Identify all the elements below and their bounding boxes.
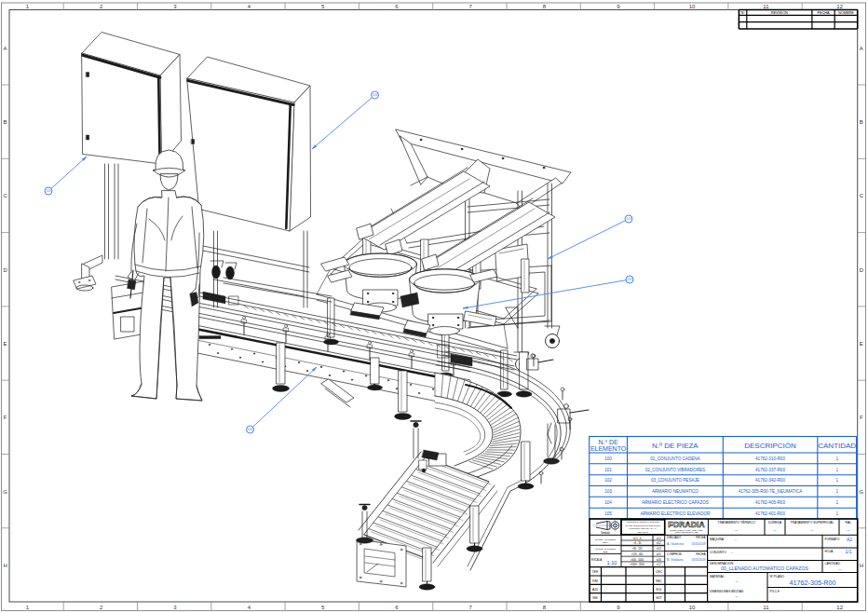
svg-text:1: 1: [835, 468, 838, 472]
svg-text:ARMARIO ELECTRICO ELEVADOR: ARMARIO ELECTRICO ELEVADOR: [640, 511, 711, 516]
svg-text:REVISIÓN: REVISIÓN: [771, 10, 788, 15]
svg-text:>120 - 400: >120 - 400: [631, 552, 644, 556]
svg-text:--: --: [735, 527, 739, 533]
svg-text:TRATAMIENTO SUPERFICIAL: TRATAMIENTO SUPERFICIAL: [791, 521, 834, 524]
svg-text:CANTIDAD:: CANTIDAD:: [825, 562, 841, 565]
svg-text:F: F: [4, 415, 7, 420]
svg-text:1: 1: [835, 511, 838, 516]
svg-text:RAL: RAL: [845, 521, 851, 524]
svg-text:MÁQUINA:: MÁQUINA:: [710, 538, 725, 541]
svg-text:COMPROB.: COMPROB.: [667, 552, 683, 556]
svg-text:DIMENSIONES BRUTAS:: DIMENSIONES BRUTAS:: [710, 590, 744, 593]
svg-text:104: 104: [373, 93, 378, 97]
svg-text:103: 103: [604, 489, 612, 494]
svg-text:--: --: [735, 594, 739, 599]
svg-text:>30 - 120: >30 - 120: [631, 547, 643, 551]
svg-text:--: --: [847, 527, 850, 533]
svg-text:41762-342-R00: 41762-342-R00: [755, 478, 785, 483]
svg-text:FECHA: FECHA: [696, 552, 705, 556]
svg-text:>6 - 30: >6 - 30: [633, 541, 642, 545]
svg-text:NOMBRE: NOMBRE: [838, 11, 854, 15]
svg-text:41762-405-R00: 41762-405-R00: [755, 500, 785, 505]
svg-text:E: E: [4, 341, 7, 347]
svg-text:±0,2: ±0,2: [657, 541, 662, 545]
svg-text:CANTIDAD: CANTIDAD: [818, 442, 856, 450]
svg-text:B: B: [4, 119, 7, 125]
svg-text:C: C: [860, 193, 864, 198]
svg-text:100: 100: [604, 456, 612, 461]
svg-text:A: A: [4, 46, 7, 51]
svg-text:CNC: CNC: [656, 570, 663, 574]
svg-text:1: 1: [835, 500, 838, 505]
svg-text:B: B: [860, 119, 863, 125]
svg-text:DIBUJADO: DIBUJADO: [667, 536, 682, 539]
svg-text:HOJA:: HOJA:: [825, 550, 834, 553]
svg-text:H: H: [3, 563, 7, 568]
svg-text:105: 105: [604, 511, 612, 516]
svg-text:11: 11: [763, 4, 769, 9]
svg-text:ISO-16016: ISO-16016: [638, 531, 649, 534]
svg-text:N. Vitaliano: N. Vitaliano: [667, 558, 683, 562]
svg-text:A: A: [860, 46, 863, 51]
svg-text:1: 1: [835, 456, 838, 461]
svg-text:FECHA: FECHA: [696, 536, 705, 539]
svg-text:41762-305-R00-TE_NEUMATICA: 41762-305-R00-TE_NEUMATICA: [739, 489, 804, 494]
svg-text:H: H: [860, 563, 863, 568]
svg-text:00_LLENADO AUTOMATICO CAPAZOS: 00_LLENADO AUTOMATICO CAPAZOS: [721, 565, 809, 571]
svg-text:--: --: [838, 566, 842, 572]
svg-text:103: 103: [626, 217, 631, 221]
svg-text:B12: B12: [604, 551, 608, 553]
svg-text:41762-337-R00: 41762-337-R00: [755, 468, 785, 472]
svg-text:D: D: [3, 267, 7, 273]
svg-text:03_CONJUNTO PESAJE: 03_CONJUNTO PESAJE: [651, 478, 699, 483]
svg-text:102: 102: [627, 278, 632, 281]
svg-text:SOL: SOL: [656, 588, 662, 592]
svg-text:--: --: [735, 579, 739, 584]
svg-text:101: 101: [604, 468, 612, 472]
svg-text:±0,5: ±0,5: [657, 552, 662, 556]
svg-text:FORADIA: FORADIA: [668, 520, 705, 529]
svg-text:G: G: [859, 489, 863, 495]
svg-text:10: 10: [689, 4, 696, 9]
svg-text:41762-305-R00: 41762-305-R00: [790, 579, 836, 587]
svg-text:Simbolo: Simbolo: [601, 531, 610, 535]
svg-text:16/10/2019: 16/10/2019: [691, 542, 705, 546]
svg-text:12: 12: [836, 605, 843, 610]
svg-text:1: 1: [835, 478, 838, 483]
svg-text:41762-310-R00: 41762-310-R00: [755, 456, 785, 461]
svg-text:G: G: [3, 489, 7, 495]
svg-text:>1000 - 2000: >1000 - 2000: [630, 563, 644, 566]
svg-text:10: 10: [689, 605, 696, 610]
svg-text:FORMATO:: FORMATO:: [825, 538, 841, 541]
svg-text:105: 105: [46, 189, 51, 193]
svg-text:102: 102: [604, 478, 612, 483]
svg-text:±0,8: ±0,8: [657, 558, 662, 562]
svg-text:D: D: [860, 267, 864, 273]
svg-text:±0,3: ±0,3: [657, 547, 662, 551]
svg-text:N.º DE: N.º DE: [598, 439, 618, 445]
svg-text:1/1: 1/1: [846, 549, 852, 554]
svg-text:F: F: [860, 415, 863, 420]
svg-text:ESCALA:: ESCALA:: [591, 558, 603, 562]
svg-text:F/M: F/M: [592, 579, 598, 583]
svg-text:MATERIAL:: MATERIAL:: [710, 575, 726, 579]
svg-text:DUREZA: DUREZA: [768, 521, 782, 524]
svg-text:TER: TER: [592, 570, 599, 574]
svg-text:1: 1: [835, 489, 838, 494]
svg-text:1:10: 1:10: [607, 560, 617, 565]
svg-text:ARMARIO ELECTRICO CAPAZOS: ARMARIO ELECTRICO CAPAZOS: [642, 500, 709, 505]
svg-text:Nº PLANO:: Nº PLANO:: [770, 575, 785, 579]
svg-text:ELEMENTO: ELEMENTO: [590, 445, 627, 452]
svg-text:A. Gutiérrez: A. Gutiérrez: [667, 542, 684, 546]
svg-text:12: 12: [836, 4, 843, 9]
svg-text:>400 - 1000: >400 - 1000: [631, 558, 644, 562]
svg-text:C: C: [3, 193, 7, 198]
svg-text:ISO±t: ISO±t: [603, 541, 609, 544]
svg-text:104: 104: [604, 500, 612, 505]
svg-text:TRATAMIENTO TÉRMICO: TRATAMIENTO TÉRMICO: [718, 520, 756, 524]
svg-text:11: 11: [763, 605, 769, 610]
svg-text:CONJUNTO: CONJUNTO: [710, 551, 726, 554]
svg-text:±0,1: ±0,1: [657, 537, 662, 540]
svg-text:02_CONJUNTO VIBRADORES: 02_CONJUNTO VIBRADORES: [645, 468, 706, 472]
svg-text:--: --: [810, 527, 814, 533]
